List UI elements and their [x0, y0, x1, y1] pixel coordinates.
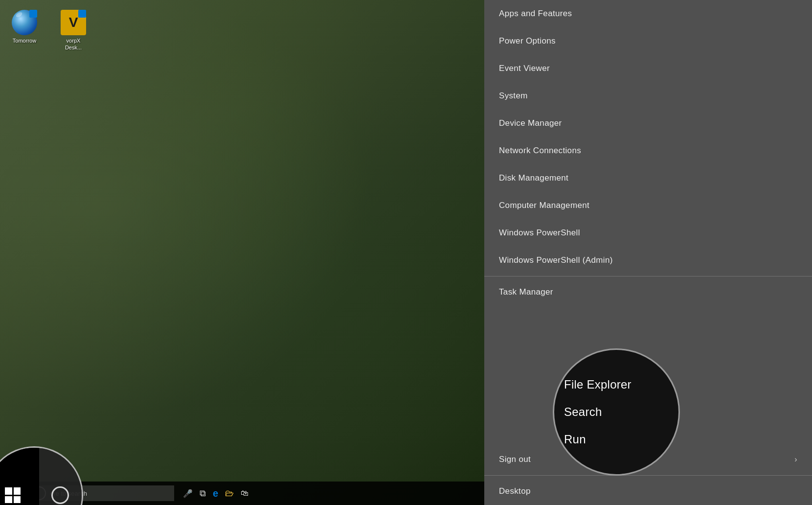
edge-icon[interactable]: e: [211, 487, 220, 500]
taskbar-icons-group: 🎤 ⧉ e 🗁 🛍: [176, 487, 255, 500]
desktop-icon-tomorrow[interactable]: Tomorrow: [5, 10, 44, 51]
menu-item-system[interactable]: System: [484, 82, 812, 110]
sign-out-arrow-icon: ›: [794, 455, 797, 464]
tomorrow-badge: [29, 10, 37, 18]
zoom-windows-logo: [5, 487, 21, 503]
menu-item-apps-features[interactable]: Apps and Features: [484, 0, 812, 27]
tomorrow-icon-image: [12, 10, 37, 35]
menu-divider-1: [484, 276, 812, 276]
menu-item-computer-management[interactable]: Computer Management: [484, 192, 812, 219]
desktop-icon-vorpx[interactable]: V vorpX Desk...: [54, 10, 93, 51]
menu-item-power-options[interactable]: Power Options: [484, 27, 812, 55]
tomorrow-label: Tomorrow: [13, 37, 36, 44]
menu-item-disk-management[interactable]: Disk Management: [484, 164, 812, 192]
store-icon[interactable]: 🛍: [239, 488, 250, 499]
file-explorer-circle-zoom: File Explorer Search Run: [553, 348, 680, 476]
menu-divider-2: [484, 475, 812, 476]
context-menu: Apps and Features Power Options Event Vi…: [484, 0, 812, 505]
menu-item-desktop[interactable]: Desktop: [484, 478, 812, 505]
zoom-cortana-circle: [51, 486, 69, 504]
taskbar: ere to search 🎤 ⧉ e 🗁 🛍: [0, 482, 484, 505]
vorpx-badge: [78, 10, 86, 18]
menu-item-network-connections[interactable]: Network Connections: [484, 137, 812, 164]
desktop-icons-container: Tomorrow V vorpX Desk...: [0, 0, 98, 61]
desktop: Tomorrow V vorpX Desk... ere to searc: [0, 0, 484, 505]
circle-run[interactable]: Run: [554, 426, 678, 453]
menu-item-event-viewer[interactable]: Event Viewer: [484, 55, 812, 82]
circle-search[interactable]: Search: [554, 398, 678, 426]
menu-item-task-manager[interactable]: Task Manager: [484, 278, 812, 306]
menu-item-windows-powershell-admin[interactable]: Windows PowerShell (Admin): [484, 247, 812, 274]
menu-item-windows-powershell[interactable]: Windows PowerShell: [484, 219, 812, 247]
start-circle-zoom: [0, 446, 83, 505]
menu-item-device-manager[interactable]: Device Manager: [484, 110, 812, 137]
microphone-icon[interactable]: 🎤: [181, 488, 195, 499]
file-explorer-taskbar-icon[interactable]: 🗁: [223, 487, 236, 500]
vorpx-icon-image: V: [61, 10, 86, 35]
vorpx-label: vorpX Desk...: [65, 37, 82, 51]
task-view-icon[interactable]: ⧉: [198, 487, 208, 500]
circle-file-explorer[interactable]: File Explorer: [554, 371, 678, 398]
